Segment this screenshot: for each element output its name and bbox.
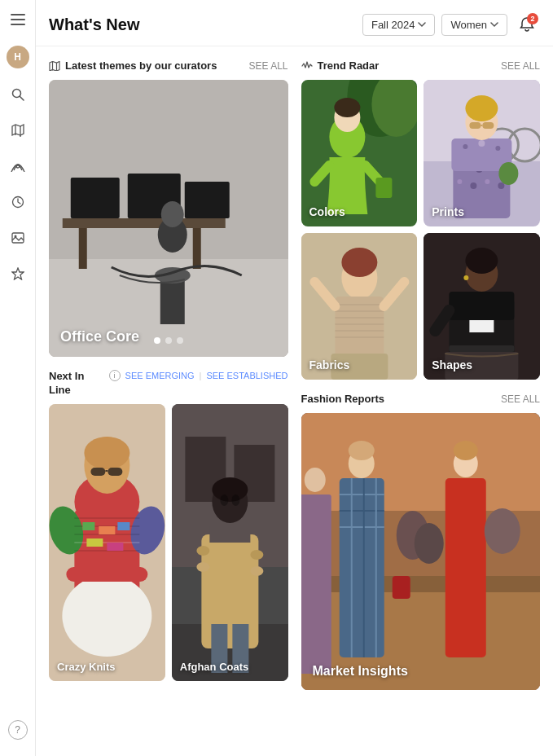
sidebar: H — [0, 0, 36, 756]
svg-rect-37 — [82, 522, 94, 530]
svg-point-55 — [196, 546, 209, 556]
svg-point-57 — [250, 550, 263, 560]
page-title: What's New — [49, 15, 362, 34]
fashion-reports-see-all[interactable]: SEE ALL — [501, 393, 540, 405]
svg-marker-11 — [12, 268, 24, 279]
signal-icon[interactable] — [8, 156, 28, 176]
svg-point-42 — [62, 575, 151, 657]
main-content: What's New Fall 2024 Women 2 — [36, 0, 553, 756]
nil-card-afghan-coats[interactable]: Afghan Coats — [172, 404, 288, 681]
themes-see-all[interactable]: SEE ALL — [248, 60, 287, 72]
svg-point-90 — [485, 179, 490, 184]
svg-point-93 — [463, 144, 468, 149]
svg-rect-21 — [185, 182, 230, 218]
crazy-knits-label: Crazy Knits — [57, 661, 116, 673]
audience-value: Women — [450, 19, 487, 31]
season-dropdown[interactable]: Fall 2024 — [362, 14, 435, 36]
svg-point-23 — [161, 201, 184, 227]
trend-see-all[interactable]: SEE ALL — [501, 60, 540, 72]
svg-rect-40 — [86, 538, 103, 547]
svg-rect-0 — [11, 14, 25, 15]
fabrics-image — [301, 233, 418, 380]
info-icon[interactable]: i — [109, 370, 121, 381]
svg-point-101 — [499, 162, 519, 185]
trend-title-group: Trend Radar — [301, 59, 380, 72]
svg-point-139 — [348, 441, 374, 460]
svg-rect-1 — [11, 19, 25, 20]
nil-separator: | — [200, 371, 202, 380]
season-value: Fall 2024 — [371, 19, 415, 31]
svg-rect-48 — [66, 567, 147, 582]
svg-point-94 — [479, 140, 485, 147]
avatar-initials: H — [14, 51, 21, 63]
svg-rect-140 — [445, 478, 485, 657]
dot-1[interactable] — [154, 337, 160, 344]
colors-image — [301, 80, 418, 226]
left-column: Latest themes by our curators SEE ALL — [49, 59, 288, 690]
svg-point-63 — [212, 477, 248, 502]
notification-badge: 2 — [527, 13, 538, 24]
fashion-reports-title: Fashion Reports — [301, 393, 385, 405]
svg-point-71 — [334, 98, 360, 117]
svg-point-95 — [496, 146, 501, 151]
svg-point-147 — [484, 508, 520, 554]
avatar[interactable]: H — [7, 46, 29, 68]
trend-grid: Colors — [301, 80, 541, 380]
svg-point-65 — [231, 494, 239, 506]
svg-rect-46 — [108, 468, 122, 476]
star-icon[interactable] — [8, 264, 28, 284]
svg-point-114 — [341, 248, 377, 277]
svg-point-64 — [220, 494, 228, 506]
svg-rect-18 — [193, 228, 201, 269]
next-in-line-title: Next In Line — [49, 370, 84, 396]
trend-card-colors[interactable]: Colors — [301, 80, 418, 226]
map-icon[interactable] — [8, 121, 28, 140]
svg-point-56 — [196, 562, 209, 572]
svg-rect-2 — [11, 24, 25, 25]
search-icon[interactable] — [8, 85, 28, 104]
notification-button[interactable]: 2 — [514, 11, 540, 37]
svg-point-124 — [466, 248, 498, 274]
nil-links: i SEE EMERGING | SEE ESTABLISHED — [109, 370, 288, 381]
history-icon[interactable] — [8, 192, 28, 212]
svg-point-89 — [471, 182, 477, 189]
svg-rect-17 — [79, 228, 87, 269]
help-button[interactable]: ? — [8, 720, 28, 740]
see-established-link[interactable]: SEE ESTABLISHED — [206, 371, 287, 380]
fashion-reports-title-group: Fashion Reports — [301, 393, 385, 405]
themes-title: Latest themes by our curators — [65, 59, 217, 72]
svg-rect-131 — [339, 478, 384, 657]
svg-point-146 — [414, 523, 443, 564]
trend-card-fabrics[interactable]: Fabrics — [301, 233, 418, 380]
svg-rect-74 — [375, 178, 392, 198]
hero-card[interactable]: Office Core — [49, 80, 288, 357]
see-emerging-link[interactable]: SEE EMERGING — [125, 371, 195, 380]
fashion-reports-header: Fashion Reports SEE ALL — [301, 393, 541, 405]
nil-grid: Crazy Knits — [49, 404, 288, 681]
trend-section-header: Trend Radar SEE ALL — [301, 59, 541, 72]
svg-rect-61 — [209, 526, 250, 543]
fashion-report-card[interactable]: Market Insights — [301, 413, 541, 690]
fabrics-label: Fabrics — [309, 358, 350, 371]
themes-title-group: Latest themes by our curators — [49, 59, 217, 72]
svg-rect-97 — [470, 122, 481, 129]
menu-icon[interactable] — [8, 10, 28, 29]
afghan-coats-image — [172, 404, 288, 681]
svg-rect-120 — [450, 292, 515, 320]
nil-card-crazy-knits[interactable]: Crazy Knits — [49, 404, 165, 681]
crazy-knits-image — [49, 404, 165, 681]
svg-point-142 — [453, 441, 477, 460]
market-insights-image — [301, 413, 541, 690]
audience-dropdown[interactable]: Women — [441, 14, 507, 36]
trend-card-prints[interactable]: Prints — [424, 80, 540, 226]
svg-rect-98 — [483, 122, 494, 129]
themes-section-header: Latest themes by our curators SEE ALL — [49, 59, 288, 72]
dot-2[interactable] — [165, 337, 172, 344]
svg-line-4 — [20, 97, 24, 101]
image-icon[interactable] — [8, 228, 28, 248]
svg-point-125 — [464, 275, 469, 280]
svg-point-44 — [84, 437, 129, 469]
right-column: Trend Radar SEE ALL — [301, 59, 541, 690]
trend-card-shapes[interactable]: Shapes — [424, 233, 540, 380]
dot-3[interactable] — [177, 337, 183, 344]
